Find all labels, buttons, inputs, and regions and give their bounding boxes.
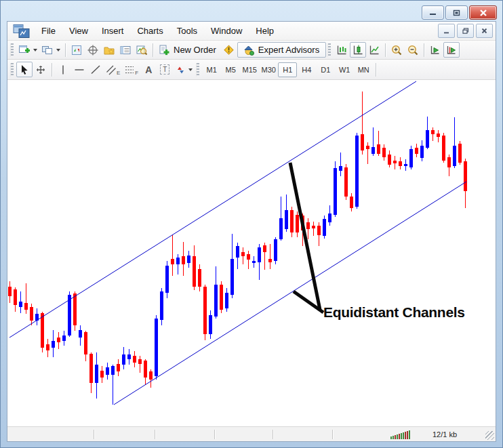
statusbar-divider	[273, 430, 273, 439]
chevron-down-icon	[33, 49, 37, 52]
child-close-button[interactable]	[476, 24, 493, 38]
line-studies-toolbar: E F A T M1 M5 M15 M30 H1 H4 D1	[7, 60, 496, 80]
text-tool-icon: A	[145, 64, 152, 75]
menu-charts[interactable]: Charts	[130, 23, 169, 39]
expert-advisors-label: Expert Advisors	[256, 45, 321, 55]
restore-icon	[462, 28, 469, 34]
child-restore-button[interactable]	[457, 24, 474, 38]
crosshair-tool-button[interactable]	[33, 62, 49, 77]
separator	[153, 43, 153, 57]
new-order-button[interactable]: New Order	[156, 42, 220, 58]
data-window-button[interactable]	[85, 42, 101, 58]
timeframe-m15-button[interactable]: M15	[240, 62, 259, 77]
text-tool-button[interactable]: A	[140, 62, 157, 77]
zoom-out-button[interactable]	[405, 42, 421, 58]
timeframe-h4-button[interactable]: H4	[297, 62, 316, 77]
menu-file[interactable]: File	[35, 23, 62, 39]
line-chart-type-button[interactable]	[366, 42, 382, 58]
mt4-window: File View Insert Charts Tools Window Hel…	[0, 0, 503, 448]
bar-chart-icon	[336, 44, 348, 56]
auto-scroll-icon	[429, 44, 441, 56]
profiles-button[interactable]	[39, 42, 62, 58]
timeframe-w1-button[interactable]: W1	[335, 62, 354, 77]
restore-button[interactable]	[445, 5, 468, 20]
horizontal-line-tool-button[interactable]	[71, 62, 87, 77]
toolbar-drag-handle[interactable]	[327, 43, 331, 57]
terminal-button[interactable]	[117, 42, 134, 58]
cursor-tool-button[interactable]	[16, 62, 33, 77]
chart-annotation-label[interactable]: Equidistant Channels	[323, 304, 465, 321]
cursor-icon	[18, 64, 31, 76]
zoom-in-icon	[390, 44, 403, 56]
fibonacci-icon	[124, 64, 135, 76]
timeframe-mn-button[interactable]: MN	[354, 62, 373, 77]
auto-scroll-button[interactable]	[427, 42, 443, 58]
strategy-tester-button[interactable]	[134, 42, 150, 58]
candlestick-chart	[7, 80, 496, 426]
strategy-tester-icon	[136, 44, 148, 56]
new-order-label: New Order	[172, 45, 218, 55]
crosshair-icon	[87, 44, 99, 56]
separator	[376, 63, 376, 77]
minimize-button[interactable]	[422, 5, 444, 20]
child-minimize-button[interactable]	[438, 24, 455, 38]
market-watch-button[interactable]	[68, 42, 85, 58]
zoom-out-icon	[407, 44, 419, 56]
close-icon	[481, 28, 487, 34]
text-label-tool-button[interactable]: T	[157, 62, 173, 77]
toolbar-drag-handle[interactable]	[10, 43, 14, 57]
menu-help[interactable]: Help	[249, 23, 281, 39]
new-chart-button[interactable]	[16, 42, 39, 58]
standard-toolbar: New Order Expert Advisors	[7, 41, 496, 60]
fibonacci-tool-button[interactable]: F	[122, 62, 140, 77]
statusbar-divider	[155, 430, 155, 439]
equidistant-channel-icon	[106, 64, 117, 76]
toolbar-drag-handle[interactable]	[10, 63, 14, 77]
menu-view[interactable]: View	[62, 23, 95, 39]
restore-icon	[453, 9, 460, 16]
channel-suffix-label: E	[117, 70, 120, 76]
minimize-icon	[443, 28, 449, 34]
profiles-icon	[41, 44, 54, 56]
separator	[424, 43, 424, 57]
trendline-tool-button[interactable]	[87, 62, 104, 77]
resize-grip[interactable]	[485, 431, 494, 440]
vertical-line-icon	[57, 64, 69, 76]
statusbar-divider	[332, 430, 333, 439]
chart-shift-button[interactable]	[443, 42, 460, 58]
separator	[385, 43, 386, 57]
menu-tools[interactable]: Tools	[170, 23, 204, 39]
titlebar[interactable]	[1, 1, 502, 21]
arrows-icon	[175, 64, 186, 75]
vertical-line-tool-button[interactable]	[55, 62, 71, 77]
timeframe-m5-button[interactable]: M5	[221, 62, 240, 77]
separator	[65, 43, 66, 57]
toolbar-drag-handle[interactable]	[196, 63, 199, 77]
timeframe-m1-button[interactable]: M1	[202, 62, 221, 77]
menu-window[interactable]: Window	[204, 23, 249, 39]
timeframe-d1-button[interactable]: D1	[316, 62, 335, 77]
timeframe-m30-button[interactable]: M30	[259, 62, 278, 77]
equidistant-channel-tool-button[interactable]: E	[104, 62, 122, 77]
market-watch-icon	[71, 44, 83, 56]
chart-canvas[interactable]: Equidistant Channels	[7, 80, 496, 426]
enable-experts-button[interactable]	[220, 42, 237, 58]
candlestick-chart-icon	[352, 44, 364, 56]
timeframe-h1-button[interactable]: H1	[278, 62, 297, 77]
warning-diamond-icon	[222, 43, 235, 56]
navigator-button[interactable]	[101, 42, 117, 58]
fibo-suffix-label: F	[135, 70, 138, 76]
close-icon	[479, 9, 487, 17]
menu-insert[interactable]: Insert	[95, 23, 131, 39]
close-button[interactable]	[469, 5, 497, 20]
statusbar-divider	[214, 430, 215, 439]
arrows-tool-button[interactable]	[173, 62, 195, 77]
bar-chart-type-button[interactable]	[334, 42, 350, 58]
new-chart-icon	[18, 44, 31, 56]
zoom-in-button[interactable]	[388, 42, 405, 58]
chevron-down-icon	[56, 49, 60, 52]
separator	[52, 63, 52, 77]
candlestick-chart-type-button[interactable]	[350, 42, 366, 58]
expert-advisors-button[interactable]: Expert Advisors	[237, 42, 326, 58]
trendline-icon	[89, 64, 102, 76]
